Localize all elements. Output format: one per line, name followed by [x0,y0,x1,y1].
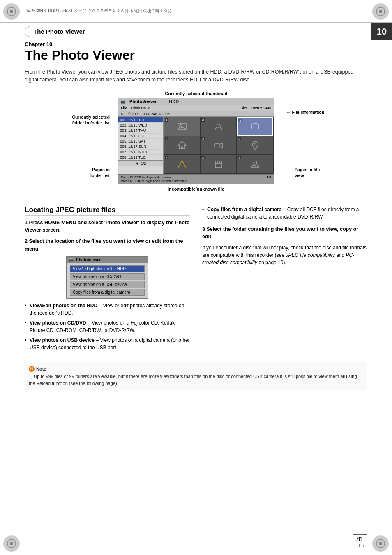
mini-menu-item-4: Copy files from a digital camera [70,289,145,296]
bullet-list-right: Copy files from a digital camera – Copy … [202,206,367,221]
pv-folder-item-7: 007. 12/18 MON [118,150,163,155]
two-col-section: Locating JPEG picture files 1 Press HOME… [25,206,367,355]
pv-thumb-5: 5 [201,136,237,154]
bullet-right-1: Copy files from a digital camera – Copy … [202,206,367,221]
col-left: Locating JPEG picture files 1 Press HOME… [25,206,190,355]
section-heading: Locating JPEG picture files [25,206,190,216]
step-1: 1 Press HOME MENU and select 'Photo View… [25,219,190,235]
corner-decoration-bl [3,535,20,552]
note-box: N Note 1. Up to 999 files or 99 folders … [25,362,367,390]
mini-menu-item-2: View photos on a CD/DVD [70,273,145,280]
bullet-left-3: View photos on USB device – View photos … [25,336,190,351]
pv-thumb-6: 6 [237,136,273,154]
pv-folder-item-1: 001. 12/12 TUE [118,117,163,123]
main-content: Chapter 10 The Photo Viewer From the Pho… [25,41,367,390]
chapter-number-box: 10 [371,23,392,40]
step-2: 2 Select the location of the files you w… [25,237,190,253]
page-title: The Photo Viewer [25,48,367,62]
svg-point-15 [182,166,182,167]
svg-point-17 [254,161,257,164]
bullet-list-left: View/Edit photos on the HDD – View or ed… [25,302,190,351]
pv-folder-item-5: 005. 12/16 SAT [118,139,163,144]
diagram-label-bottom: Incompatible/unknown file [168,187,224,191]
col-right: Copy files from a digital camera – Copy … [202,206,367,355]
corner-decoration-br [372,535,389,552]
svg-point-7 [379,542,382,545]
pv-screen: 📷 PhotoViewer HDD File Chair No. 2 Size … [118,98,274,184]
annotation-pages-folder: Pages infolder list [56,167,110,179]
top-bar-text: DVR530HS_RDR.book 81 ページ ２００５年５月２６日 木曜日 … [25,8,172,14]
pv-thumb-1: 1 [164,117,200,136]
note-text: 1. Up to 999 files or 99 folders are vie… [29,373,363,387]
mini-menu-item-3: View photos on a USB device [70,281,145,288]
annotation-pages-file: Pages in fileview [295,167,336,179]
mini-screen-bar: 📷 PhotoViewer [67,257,148,263]
svg-rect-12 [215,144,219,147]
pv-thumb-3: 3 [237,117,273,136]
intro-text: From the Photo Viewer you can view JPEG … [25,68,367,84]
chapter-title-bar: The Photo Viewer [25,26,371,37]
pv-folder-item-6: 006. 12/17 SUN [118,144,163,150]
pv-folder-item-3: 003. 12/14 THU [118,128,163,134]
step-3-text: If you encounter a disc that will not pl… [202,244,367,266]
annotation-file-info: ← File information [286,109,336,115]
pv-thumb-2: 2 [201,117,237,136]
bullet-left-1: View/Edit photos on the HDD – View or ed… [25,302,190,317]
pv-thumbnails-area: 1 2 3 [164,117,274,174]
pv-folder-item-2: 002. 12/13 WED [118,123,163,128]
pv-folder-nav: ▼ 1/2 [118,160,163,166]
mini-menu-item-1: View/Edit photos on the HDD [70,265,145,272]
chapter-header: The Photo Viewer 10 [0,23,392,40]
pv-thumb-9: 9 [237,155,273,173]
pv-screen-topbar: 📷 PhotoViewer HDD [118,98,274,105]
top-bar: DVR530HS_RDR.book 81 ページ ２００５年５月２６日 木曜日 … [0,0,392,23]
annotation-folder: Currently selectedfolder in folder list [56,114,110,126]
pv-status-bar: Press ENTER to display the menu. Press R… [118,174,274,184]
pv-thumb-7: 7 [164,155,200,173]
step-3: 3 Select the folder containing the files… [202,226,367,241]
pv-folder-list: 001. 12/12 TUE 002. 12/13 WED 003. 12/14… [118,117,164,174]
mini-screen: 📷 PhotoViewer View/Edit photos on the HD… [66,256,148,299]
chapter-title-bar-text: The Photo Viewer [33,28,85,35]
bullet-left-2: View photos on CD/DVD – View photos on a… [25,319,190,334]
svg-rect-11 [252,124,258,129]
hr-divider [25,200,367,200]
svg-rect-16 [215,161,222,168]
note-icon: N [29,366,35,372]
diagram-label-top: Currently selected thumbnail [165,91,227,96]
page-en-label: En [356,543,364,548]
svg-point-13 [254,143,256,145]
mini-screen-body: View/Edit photos on the HDD View photos … [67,263,148,298]
pv-thumb-4: 4 [164,136,200,154]
pv-datetime-row: Date/Time 10:00 24/01/2005 [118,111,274,117]
pv-thumb-8: 8 [201,155,237,173]
pv-screen-body: 001. 12/12 TUE 002. 12/13 WED 003. 12/14… [118,117,274,174]
pv-folder-item-8: 008. 12/19 TUE [118,155,163,160]
diagram-container: Currently selected thumbnail Currently s… [25,91,367,191]
chapter-label: Chapter 10 [25,41,367,47]
pv-info-row: File Chair No. 2 Size 1920 x 1440 [118,105,274,111]
svg-point-5 [10,542,13,545]
note-title: N Note [29,366,363,373]
pv-folder-item-4: 004. 12/15 FRI [118,134,163,139]
page-number-box: 81 En [353,534,367,549]
